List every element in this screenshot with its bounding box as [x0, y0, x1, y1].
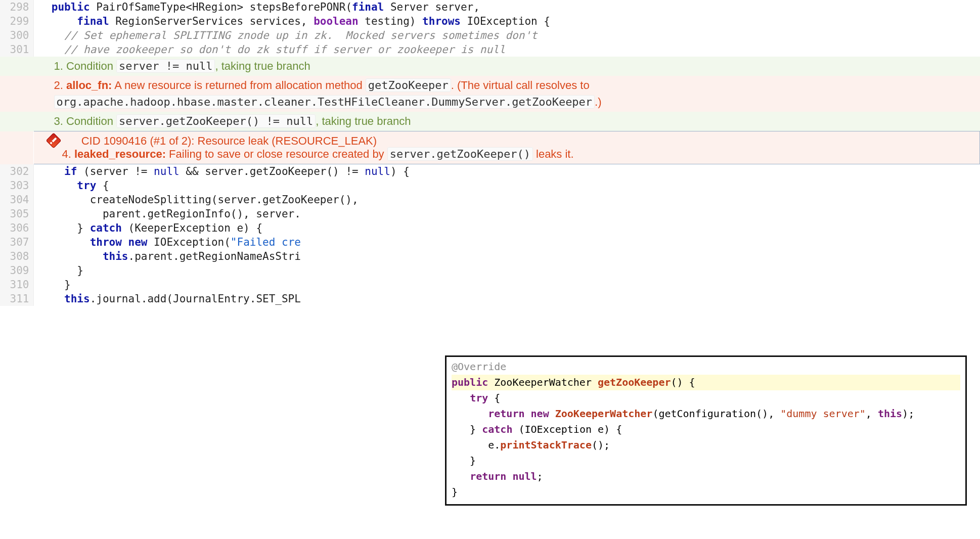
gutter-blank	[0, 112, 33, 131]
highlighted-line: public ZooKeeperWatcher getZooKeeper() {	[452, 375, 960, 390]
code-line: 303 try {	[0, 178, 980, 193]
code-line: 301 // have zookeeper so don't do zk stu…	[0, 42, 980, 57]
keyword-final: final	[352, 1, 384, 13]
step-label: alloc_fn:	[63, 79, 112, 92]
step-text: .)	[595, 96, 601, 108]
code-text: ZooKeeperWatcher	[488, 376, 598, 388]
keyword-new: new	[128, 236, 148, 248]
line-number: 301	[0, 42, 33, 57]
code-content[interactable]: parent.getRegionInfo(), server.	[33, 207, 980, 221]
step-code: server.getZooKeeper()	[387, 147, 533, 161]
code-content[interactable]: public PairOfSameType<HRegion> stepsBefo…	[33, 0, 980, 14]
code-line: 299 final RegionServerServices services,…	[0, 14, 980, 28]
code-text	[39, 293, 65, 305]
defect-header[interactable]: CID 1090416 (#1 of 2): Resource leak (RE…	[0, 131, 980, 164]
code-content[interactable]: }	[33, 278, 980, 292]
code-text: }	[39, 279, 71, 291]
line-number: 299	[0, 14, 33, 28]
code-text: }	[39, 222, 90, 234]
code-line: 308 this.parent.getRegionNameAsStri	[0, 249, 980, 263]
code-content[interactable]: // have zookeeper so don't do zk stuff i…	[33, 42, 980, 57]
step-text: leaks it.	[533, 148, 574, 160]
keyword-this: this	[103, 250, 128, 262]
line-number: 307	[0, 235, 33, 249]
keyword-throw: throw	[90, 236, 122, 248]
code-text: IOException(	[147, 236, 230, 248]
line-number: 305	[0, 207, 33, 221]
literal-null: null	[365, 165, 390, 177]
gutter-blank	[0, 57, 33, 76]
step-text: Failing to save or close resource create…	[166, 148, 387, 160]
keyword-this: this	[64, 293, 90, 305]
keyword-try: try	[470, 392, 488, 404]
code-content[interactable]: createNodeSplitting(server.getZooKeeper(…	[33, 193, 980, 207]
code-text: Server server,	[384, 1, 480, 13]
code-line: 304 createNodeSplitting(server.getZooKee…	[0, 193, 980, 207]
analysis-text: 3. Condition server.getZooKeeper() != nu…	[33, 112, 980, 131]
code-content[interactable]: if (server != null && server.getZooKeepe…	[33, 164, 980, 179]
step-code: server.getZooKeeper() != null	[116, 114, 316, 128]
code-line: 311 this.journal.add(JournalEntry.SET_SP…	[0, 292, 980, 306]
keyword-return: return	[488, 408, 524, 420]
step-text: . (The virtual call resolves to	[451, 79, 590, 92]
code-text	[549, 408, 555, 420]
code-content[interactable]: // Set ephemeral SPLITTING znode up in z…	[33, 28, 980, 42]
code-content[interactable]: try {	[33, 178, 980, 193]
gutter-blank	[0, 131, 33, 164]
method-name: getZooKeeper	[598, 376, 671, 388]
step-code: org.apache.hadoop.hbase.master.cleaner.T…	[54, 95, 595, 109]
code-text: ) {	[390, 165, 410, 177]
code-line: 305 parent.getRegionInfo(), server.	[0, 207, 980, 221]
code-text: e.	[452, 439, 500, 451]
step-code: server != null	[116, 59, 215, 73]
code-text: createNodeSplitting(server.getZooKeeper(…	[39, 194, 359, 206]
tooltip-code: @Override public ZooKeeperWatcher getZoo…	[452, 359, 960, 500]
code-content[interactable]: final RegionServerServices services, boo…	[33, 14, 980, 28]
code-text	[452, 470, 470, 482]
code-text: }	[39, 264, 84, 277]
analysis-step-3[interactable]: 3. Condition server.getZooKeeper() != nu…	[0, 112, 980, 131]
analysis-step-1[interactable]: 1. Condition server != null, taking true…	[0, 57, 980, 76]
code-text: && server.getZooKeeper() !=	[180, 165, 365, 177]
step-label: leaked_resource:	[71, 148, 166, 160]
keyword-public: public	[52, 1, 90, 13]
line-number: 303	[0, 178, 33, 193]
defect-content: CID 1090416 (#1 of 2): Resource leak (RE…	[33, 131, 980, 164]
code-text: (getConfiguration(),	[652, 408, 780, 420]
comment-text: // Set ephemeral SPLITTING znode up in z…	[39, 29, 538, 41]
code-text: RegionServerServices services,	[109, 15, 314, 27]
keyword-final: final	[77, 15, 109, 27]
step-text: , taking true branch	[316, 115, 411, 127]
method-name: printStackTrace	[500, 439, 592, 451]
line-number: 308	[0, 249, 33, 263]
step-text: Condition	[63, 115, 116, 127]
code-text	[506, 470, 512, 482]
code-text: {	[488, 392, 500, 404]
line-number: 298	[0, 0, 33, 14]
class-name: ZooKeeperWatcher	[555, 408, 653, 420]
step-text: , taking true branch	[215, 60, 310, 72]
keyword-if: if	[64, 165, 77, 177]
line-number: 311	[0, 292, 33, 306]
comment-text: // have zookeeper so don't do zk stuff i…	[39, 43, 506, 56]
source-table: 298 public PairOfSameType<HRegion> steps…	[0, 0, 980, 306]
definition-tooltip[interactable]: @Override public ZooKeeperWatcher getZoo…	[445, 355, 967, 506]
code-text	[525, 408, 531, 420]
code-content[interactable]: this.journal.add(JournalEntry.SET_SPL	[33, 292, 980, 306]
code-text: }	[452, 455, 476, 467]
keyword-catch: catch	[90, 222, 122, 234]
string-literal: "Failed cre	[231, 236, 301, 248]
code-content[interactable]: throw new IOException("Failed cre	[33, 235, 980, 249]
string-literal: "dummy server"	[780, 408, 866, 420]
analysis-step-2[interactable]: 2. alloc_fn: A new resource is returned …	[0, 76, 980, 112]
code-content[interactable]: this.parent.getRegionNameAsStri	[33, 249, 980, 263]
step-text: A new resource is returned from allocati…	[112, 79, 365, 92]
step-number: 2.	[54, 79, 63, 92]
code-content[interactable]: } catch (KeeperException e) {	[33, 221, 980, 235]
code-text	[39, 179, 77, 192]
step-code: getZooKeeper	[366, 78, 451, 92]
code-content[interactable]: }	[33, 263, 980, 278]
code-text: }	[452, 423, 482, 435]
code-text: .parent.getRegionNameAsStri	[128, 250, 301, 262]
code-text: () {	[671, 376, 695, 388]
